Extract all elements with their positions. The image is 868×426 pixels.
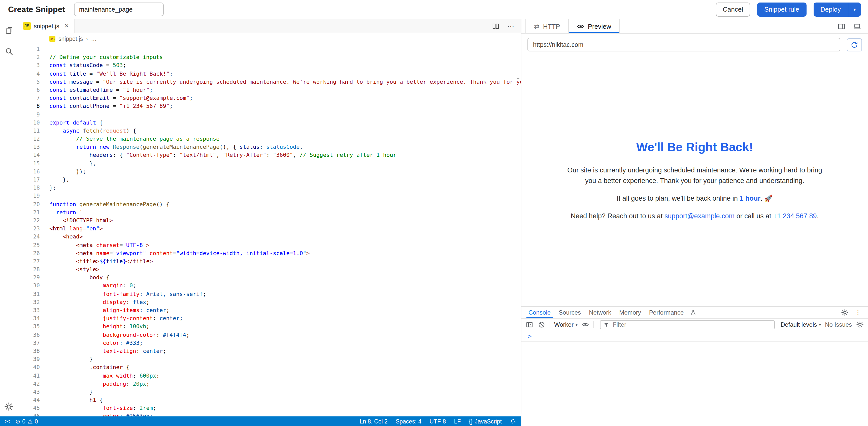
devtools-kebab-icon[interactable]: ⋮ — [855, 309, 861, 316]
code-row[interactable]: 9 — [18, 111, 521, 119]
code-text: } — [40, 356, 93, 364]
tab-http[interactable]: ⇄ HTTP — [525, 19, 568, 33]
refresh-button[interactable] — [847, 38, 862, 51]
deploy-button[interactable]: Deploy — [813, 2, 848, 17]
code-row[interactable]: 12 // Serve the maintenance page as a re… — [18, 135, 521, 143]
code-row[interactable]: 38 text-align: center; — [18, 347, 521, 356]
devtools-toggle-icon[interactable] — [854, 23, 861, 30]
code-row[interactable]: 30 margin: 0; — [18, 282, 521, 290]
console-filter-box — [600, 320, 775, 329]
url-input[interactable] — [527, 38, 840, 51]
code-row[interactable]: 11 async fetch(request) { — [18, 127, 521, 135]
code-row[interactable]: 18}; — [18, 184, 521, 192]
devtools-settings-gear-icon[interactable] — [841, 309, 848, 316]
code-row[interactable]: 42 padding: 20px; — [18, 380, 521, 388]
code-row[interactable]: 1 — [18, 46, 521, 53]
code-row[interactable]: 5const message = "Our site is currently … — [18, 78, 521, 86]
code-row[interactable]: 27 <title>${title}</title> — [18, 258, 521, 266]
console-filter-input[interactable] — [612, 321, 771, 329]
devtools-tab-sources[interactable]: Sources — [555, 307, 585, 318]
issues-counter[interactable]: No Issues — [825, 321, 852, 328]
contact-email-link[interactable]: support@example.com — [664, 212, 735, 220]
settings-gear-icon[interactable] — [4, 401, 14, 411]
preview-panel: ⇄ HTTP Preview — [521, 19, 868, 426]
code-row[interactable]: 45 font-size: 2rem; — [18, 404, 521, 413]
breadcrumb-more[interactable]: … — [91, 36, 97, 42]
snippet-rule-button[interactable]: Snippet rule — [757, 2, 806, 17]
bell-icon[interactable] — [510, 418, 516, 424]
devtools-tab-network[interactable]: Network — [585, 307, 615, 318]
code-row[interactable]: 15 }, — [18, 160, 521, 168]
cancel-button[interactable]: Cancel — [716, 2, 750, 17]
code-row[interactable]: 33 align-items: center; — [18, 307, 521, 315]
code-row[interactable]: 34 justify-content: center; — [18, 315, 521, 323]
code-row[interactable]: 39 } — [18, 356, 521, 364]
code-row[interactable]: 26 <meta name="viewport" content="width=… — [18, 249, 521, 257]
split-view-icon[interactable] — [838, 23, 845, 30]
code-row[interactable]: 41 max-width: 600px; — [18, 372, 521, 380]
code-row[interactable]: 43 } — [18, 388, 521, 396]
search-icon[interactable] — [4, 47, 14, 56]
code-row[interactable]: 6const estimatedTime = "1 hour"; — [18, 86, 521, 94]
problems-indicator[interactable]: ⊘ 0 ⚠ 0 — [16, 418, 38, 425]
devtools-tab-memory[interactable]: Memory — [615, 307, 645, 318]
code-row[interactable]: 22 <!DOCTYPE html> — [18, 217, 521, 225]
code-row[interactable]: 13 return new Response(generateMaintenan… — [18, 143, 521, 151]
eol-sequence[interactable]: LF — [454, 418, 461, 424]
code-row[interactable]: 32 display: flex; — [18, 299, 521, 307]
code-row[interactable]: 7const contactEmail = "support@example.c… — [18, 94, 521, 102]
code-row[interactable]: 31 font-family: Arial, sans-serif; — [18, 290, 521, 298]
code-row[interactable]: 3const statusCode = 503; — [18, 62, 521, 70]
code-row[interactable]: 19 — [18, 192, 521, 200]
code-row[interactable]: 29 body { — [18, 274, 521, 282]
language-mode[interactable]: {} JavaScript — [469, 418, 502, 424]
code-row[interactable]: 14 headers: { "Content-Type": "text/html… — [18, 151, 521, 160]
code-row[interactable]: 10export default { — [18, 119, 521, 127]
devtools-tab-performance[interactable]: Performance — [645, 307, 688, 318]
code-row[interactable]: 2// Define your customizable inputs — [18, 53, 521, 61]
indentation[interactable]: Spaces: 4 — [396, 418, 422, 424]
close-icon[interactable]: ✕ — [64, 23, 69, 29]
code-row[interactable]: 23<html lang="en"> — [18, 225, 521, 233]
console-output[interactable]: > — [521, 331, 868, 426]
deploy-dropdown-button[interactable]: ▾ — [848, 2, 861, 17]
devtools-tab-console[interactable]: Console — [524, 307, 555, 318]
contact-phone-link[interactable]: +1 234 567 89 — [773, 212, 817, 220]
code-row[interactable]: 40 .container { — [18, 364, 521, 372]
code-row[interactable]: 37 color: #333; — [18, 339, 521, 347]
code-row[interactable]: 44 h1 { — [18, 396, 521, 404]
console-input-row[interactable]: > — [521, 331, 868, 342]
code-row[interactable]: 20function generateMaintenancePage() { — [18, 200, 521, 208]
tab-snippet-js[interactable]: JS snippet.js ✕ — [18, 19, 74, 33]
files-icon[interactable] — [4, 25, 14, 35]
live-expression-eye-icon[interactable] — [582, 321, 590, 329]
breadcrumb-file[interactable]: snippet.js — [58, 36, 83, 42]
log-levels-selector[interactable]: Default levels ▾ — [781, 321, 821, 328]
code-row[interactable]: 21 return ` — [18, 209, 521, 217]
console-settings-gear-icon[interactable] — [856, 321, 864, 329]
more-actions-icon[interactable]: ⋯ — [507, 22, 515, 30]
code-row[interactable]: 28 <style> — [18, 266, 521, 274]
remote-indicator-icon[interactable]: >< — [5, 419, 9, 424]
code-row[interactable]: 25 <meta charset="UTF-8"> — [18, 241, 521, 249]
code-row[interactable]: 36 background-color: #f4f4f4; — [18, 331, 521, 339]
console-sidebar-icon[interactable] — [525, 321, 533, 329]
code-editor[interactable]: 12// Define your customizable inputs3con… — [18, 45, 521, 417]
breadcrumb[interactable]: JS snippet.js › … — [18, 33, 521, 45]
code-row[interactable]: 46 color: #2563eb; — [18, 413, 521, 417]
code-row[interactable]: 17 }, — [18, 176, 521, 184]
cursor-position[interactable]: Ln 8, Col 2 — [360, 418, 388, 424]
snippet-name-input[interactable] — [74, 2, 164, 16]
code-row[interactable]: 24 <head> — [18, 233, 521, 241]
code-row[interactable]: 8const contactPhone = "+1 234 567 89"; — [18, 103, 521, 111]
clear-console-icon[interactable] — [537, 321, 546, 329]
code-row[interactable]: 16 }); — [18, 168, 521, 176]
code-row[interactable]: 35 height: 100vh; — [18, 323, 521, 331]
code-text: <style> — [40, 266, 99, 274]
tab-preview[interactable]: Preview — [568, 19, 620, 33]
split-editor-icon[interactable] — [492, 22, 500, 30]
line-number: 29 — [18, 274, 40, 282]
code-row[interactable]: 4const title = "We'll Be Right Back!"; — [18, 70, 521, 78]
console-context-selector[interactable]: Worker ▾ — [554, 321, 578, 328]
encoding[interactable]: UTF-8 — [430, 418, 446, 424]
